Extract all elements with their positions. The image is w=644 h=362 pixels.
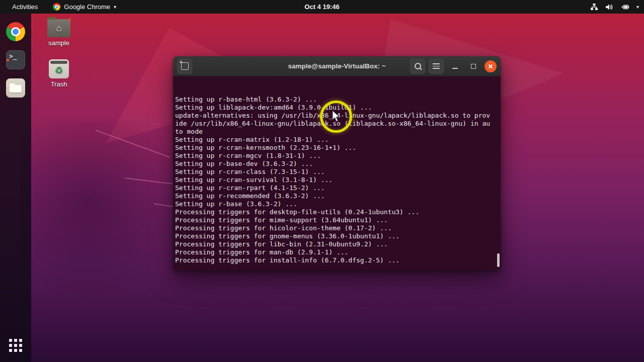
app-menu-button[interactable]: Google Chrome ▾ bbox=[53, 3, 116, 11]
volume-icon bbox=[605, 3, 613, 11]
terminal-output-line: Setting up r-base (3.6.3-2) ... bbox=[175, 200, 499, 208]
chrome-icon bbox=[6, 22, 25, 41]
terminal-output-line: Setting up r-cran-matrix (1.2-18-1) ... bbox=[175, 136, 499, 144]
desktop-icon-label: Trash bbox=[51, 80, 67, 88]
minimize-button[interactable] bbox=[447, 59, 462, 74]
terminal-output-line: Processing triggers for man-db (2.9.1-1)… bbox=[175, 248, 499, 256]
files-icon bbox=[6, 78, 25, 98]
recycle-glyph: ♻ bbox=[49, 64, 69, 77]
scrollbar-thumb[interactable] bbox=[497, 253, 500, 267]
trash-icon: ♻ bbox=[49, 59, 69, 78]
show-applications-button[interactable] bbox=[7, 337, 24, 354]
new-tab-icon bbox=[181, 62, 189, 70]
dock-item-files[interactable] bbox=[6, 78, 26, 98]
maximize-button[interactable] bbox=[466, 59, 481, 74]
home-folder-icon: ⌂ bbox=[47, 19, 70, 37]
desktop-icon-trash[interactable]: ♻ Trash bbox=[43, 59, 75, 88]
terminal-output-line: Processing triggers for libc-bin (2.31-0… bbox=[175, 240, 499, 248]
terminal-output-line: Setting up r-cran-class (7.3-15-1) ... bbox=[175, 168, 499, 176]
terminal-output-line: ide /usr/lib/x86_64-linux-gnu/liblapack.… bbox=[175, 120, 499, 128]
system-status-area[interactable]: ▾ bbox=[590, 3, 644, 11]
home-glyph: ⌂ bbox=[47, 22, 70, 35]
terminal-output-line: update-alternatives: using /usr/lib/x86_… bbox=[175, 112, 499, 120]
wallpaper-dots: ··· bbox=[151, 121, 163, 127]
close-button[interactable] bbox=[485, 60, 497, 72]
wallpaper-line bbox=[125, 177, 173, 185]
terminal-output-line: Processing triggers for gnome-menus (3.3… bbox=[175, 232, 499, 240]
menu-button[interactable] bbox=[429, 59, 444, 74]
close-icon bbox=[488, 64, 493, 69]
desktop-icon-sample[interactable]: ⌂ sample bbox=[43, 17, 75, 47]
app-menu-label: Google Chrome bbox=[64, 3, 110, 11]
terminal-output-line: Setting up r-cran-kernsmooth (2.23-16-1+… bbox=[175, 144, 499, 152]
clock-button[interactable]: Oct 4 19:46 bbox=[304, 3, 339, 11]
new-tab-button[interactable] bbox=[177, 59, 192, 74]
dock: >_ bbox=[0, 14, 31, 362]
terminal-output-line: Processing triggers for mime-support (3.… bbox=[175, 216, 499, 224]
terminal-output-line: Processing triggers for install-info (6.… bbox=[175, 256, 499, 264]
wallpaper-line bbox=[154, 203, 173, 207]
chevron-down-icon: ▾ bbox=[636, 4, 639, 10]
top-bar: Activities Google Chrome ▾ Oct 4 19:46 ▾ bbox=[0, 0, 644, 14]
battery-charging-icon bbox=[620, 3, 630, 11]
terminal-output-line: Setting up r-cran-survival (3.1-8-1) ... bbox=[175, 176, 499, 184]
network-wired-icon bbox=[590, 3, 598, 11]
terminal-output-line: Setting up r-base-dev (3.6.3-2) ... bbox=[175, 160, 499, 168]
dock-item-chrome[interactable] bbox=[6, 22, 26, 42]
search-icon bbox=[415, 63, 421, 69]
terminal-output[interactable]: Setting up r-base-html (3.6.3-2) ...Sett… bbox=[173, 76, 501, 270]
terminal-output-line: Setting up liblapack-dev:amd64 (3.9.0-1b… bbox=[175, 104, 499, 112]
chevron-down-icon: ▾ bbox=[114, 4, 116, 10]
terminal-output-line: Setting up r-recommended (3.6.3-2) ... bbox=[175, 192, 499, 200]
terminal-output-line: Processing triggers for hicolor-icon-the… bbox=[175, 224, 499, 232]
wallpaper-shape bbox=[20, 121, 191, 302]
maximize-icon bbox=[471, 64, 476, 69]
terminal-titlebar[interactable]: sample@sample-VirtualBox: ~ bbox=[173, 56, 501, 76]
terminal-output-line: Setting up r-base-html (3.6.3-2) ... bbox=[175, 96, 499, 104]
terminal-output-line: Processing triggers for desktop-file-uti… bbox=[175, 208, 499, 216]
chrome-icon bbox=[53, 3, 60, 11]
terminal-output-line: Setting up r-cran-rpart (4.1-15-2) ... bbox=[175, 184, 499, 192]
activities-button[interactable]: Activities bbox=[10, 2, 40, 12]
hamburger-menu-icon bbox=[433, 63, 440, 69]
running-indicator bbox=[7, 59, 9, 61]
desktop-icon-label: sample bbox=[48, 39, 69, 47]
terminal-output-line: Setting up r-cran-mgcv (1.8-31-1) ... bbox=[175, 152, 499, 160]
dock-item-terminal[interactable]: >_ bbox=[6, 50, 26, 70]
search-button[interactable] bbox=[410, 59, 425, 74]
minimize-icon bbox=[452, 68, 458, 69]
terminal-window: sample@sample-VirtualBox: ~ Setting up r… bbox=[173, 56, 501, 270]
terminal-output-line: to mode bbox=[175, 128, 499, 136]
wallpaper-line bbox=[96, 130, 171, 158]
